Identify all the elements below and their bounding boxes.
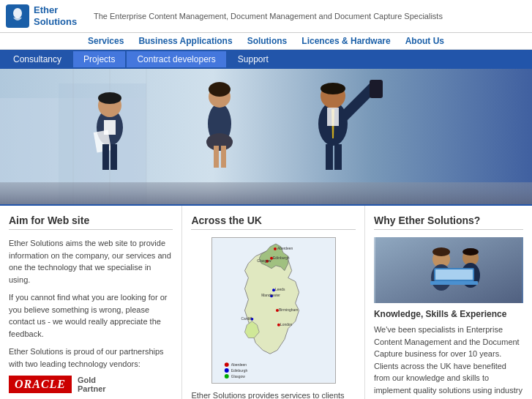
svg-point-59 [462,248,479,256]
nav-business-apps[interactable]: Business Applications [138,36,232,46]
col2-title: Across the UK [191,215,355,230]
col-why: Why Ether Solutions? [365,206,532,399]
blue-nav-projects[interactable]: Projects [73,51,125,67]
blue-nav-support[interactable]: Support [228,51,279,67]
nav-licences[interactable]: Licences & Hardware [301,36,390,46]
svg-text:Leeds: Leeds [275,288,285,291]
knowledge-title: Knowledge, Skills & Experience [374,309,523,319]
svg-text:Birmingham: Birmingham [279,308,298,312]
svg-point-51 [225,374,229,379]
uk-map-container: Aberdeen Edinburgh Glasgow Leeds Manches… [191,237,355,384]
svg-text:Aberdeen: Aberdeen [231,363,247,367]
oracle-badge: ORACLE Gold Partner [9,376,173,393]
svg-rect-60 [430,281,478,285]
svg-rect-13 [102,144,109,170]
svg-text:London: London [280,323,293,327]
logo-line2: Solutions [34,16,77,28]
svg-text:Aberdeen: Aberdeen [277,247,293,250]
logo-line1: Ether [34,4,77,16]
logo-text: Ether Solutions [34,4,77,27]
svg-point-47 [225,362,229,367]
col1-text2: If you cannot find what you are looking … [9,291,173,340]
gold-label: Gold [78,376,106,384]
svg-text:Edinburgh: Edinburgh [273,256,290,260]
svg-text:Manchester: Manchester [261,294,280,297]
col-aim: Aim for Web site Ether Solutions aims th… [0,206,182,399]
content-columns: Aim for Web site Ether Solutions aims th… [0,204,532,399]
blue-nav-bar: Consultancy Projects Contract developers… [0,50,532,69]
svg-text:Edinburgh: Edinburgh [231,369,247,373]
hero-image [0,69,532,204]
svg-point-0 [13,8,22,18]
svg-rect-25 [370,80,383,98]
svg-rect-14 [110,144,117,170]
top-nav: Services Business Applications Solutions… [0,33,532,50]
nav-solutions[interactable]: Solutions [247,36,288,46]
col3-text1: We've been specialists in Enterprise Con… [374,324,523,399]
svg-rect-28 [326,144,333,170]
svg-point-56 [432,247,450,256]
col-uk: Across the UK Aberdeen Edinburgh [182,206,364,399]
site-header: Ether Solutions The Enterprise Content M… [0,0,532,33]
col2-desc1: Ether Solutions provides services to cli… [191,389,355,399]
svg-text:Cardiff: Cardiff [241,317,252,321]
blue-nav-contract[interactable]: Contract developers [127,51,225,67]
svg-point-10 [98,92,121,104]
col1-title: Aim for Web site [9,215,173,230]
header-tagline: The Enterprise Content Management, Docum… [86,12,526,20]
col1-text3: Ether Solutions is proud of our partners… [9,346,173,370]
why-photo [374,237,523,303]
oracle-logo: ORACLE [9,376,72,393]
svg-text:Glasgow: Glasgow [257,259,271,263]
svg-point-23 [321,83,345,94]
logo-area: Ether Solutions [6,4,86,28]
col3-title: Why Ether Solutions? [374,215,523,230]
blue-nav-consultancy[interactable]: Consultancy [3,51,72,67]
svg-rect-19 [214,146,219,168]
svg-rect-20 [221,146,226,168]
gold-partner-text: Gold Partner [78,376,106,393]
svg-text:Glasgow: Glasgow [231,375,245,379]
svg-point-18 [206,133,233,151]
uk-map: Aberdeen Edinburgh Glasgow Leeds Manches… [211,237,336,384]
svg-point-31 [274,247,277,250]
logo-icon [6,4,29,28]
nav-services[interactable]: Services [88,36,124,46]
svg-point-17 [209,82,231,97]
svg-point-49 [225,368,229,373]
svg-rect-62 [435,269,473,280]
nav-about[interactable]: About Us [405,36,444,46]
partner-label: Partner [78,384,106,393]
svg-rect-27 [327,108,339,126]
svg-rect-29 [334,144,342,170]
svg-rect-7 [0,182,532,204]
col1-text1: Ether Solutions aims the web site to pro… [9,237,173,286]
